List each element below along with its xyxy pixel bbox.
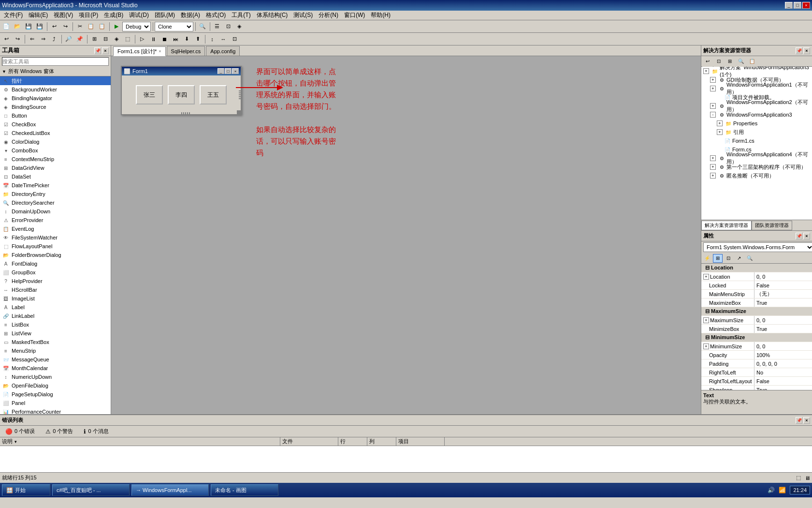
tree-expand-7[interactable]: + bbox=[717, 129, 723, 135]
props-tb-events[interactable]: ⚡ bbox=[702, 254, 712, 263]
tb-save[interactable]: 💾 bbox=[23, 21, 34, 32]
prop-row-6[interactable]: + MaximumSize 0, 0 bbox=[701, 316, 812, 325]
tb-paste[interactable]: 📋 bbox=[97, 21, 107, 32]
tree-expand-1[interactable]: + bbox=[710, 77, 716, 83]
toolbox-item-numericupdown[interactable]: ↕ NumericUpDown bbox=[0, 373, 111, 381]
taskbar-btn-0[interactable]: c#吧_百度贴吧 - ... bbox=[52, 484, 130, 496]
prop-plus-9[interactable]: + bbox=[703, 344, 709, 349]
toolbox-item-performancecounter[interactable]: 📊 PerformanceCounter bbox=[0, 407, 111, 414]
props-pin-btn[interactable]: 📌 bbox=[796, 233, 802, 239]
toolbox-item-指针[interactable]: ↖ 指针 bbox=[0, 76, 111, 85]
toolbox-item-directorysearcher[interactable]: 🔍 DirectorySearcher bbox=[0, 198, 111, 207]
toolbox-item-eventlog[interactable]: 📋 EventLog bbox=[0, 224, 111, 233]
prop-row-9[interactable]: + MinimumSize 0, 0 bbox=[701, 342, 812, 351]
error-pin-btn[interactable]: 📌 bbox=[796, 417, 802, 424]
tree-expand-2[interactable]: + bbox=[710, 86, 716, 91]
menu-team[interactable]: 团队(M) bbox=[152, 10, 178, 20]
tree-item-11[interactable]: +⚙第一个三层架构的程序（不可用） bbox=[701, 163, 812, 171]
se-close-btn[interactable]: × bbox=[803, 47, 810, 54]
menu-tools[interactable]: 工具(T) bbox=[229, 10, 253, 20]
prop-row-11[interactable]: Padding0, 0, 0, 0 bbox=[701, 359, 812, 368]
toolbox-item-panel[interactable]: ⬜ Panel bbox=[0, 399, 111, 407]
error-tab-warnings[interactable]: ⚠ 0 个警告 bbox=[42, 426, 76, 436]
toolbox-item-hscrollbar[interactable]: ↔ HScrollBar bbox=[0, 285, 111, 294]
props-tb-search[interactable]: 🔍 bbox=[745, 254, 754, 263]
tb2-btn3[interactable]: ⇐ bbox=[27, 34, 37, 45]
tree-item-8[interactable]: 📄Form1.cs bbox=[701, 136, 812, 145]
form-btn-lisi[interactable]: 李四 bbox=[168, 85, 195, 105]
toolbox-item-domainupdown[interactable]: ↕ DomainUpDown bbox=[0, 207, 111, 216]
toolbox-item-backgroundworker[interactable]: ⚙ BackgroundWorker bbox=[0, 85, 111, 94]
menu-file[interactable]: 文件(F) bbox=[1, 10, 26, 20]
prop-row-2[interactable]: LockedFalse bbox=[701, 281, 812, 290]
taskbar-btn-1[interactable]: → WindowsFormAppl... bbox=[131, 484, 209, 496]
tb2-btn2[interactable]: ↪ bbox=[12, 34, 23, 45]
tb2-btn17[interactable]: ⬆ bbox=[192, 34, 203, 45]
tb2-btn20[interactable]: ⊡ bbox=[229, 34, 240, 45]
menu-architecture[interactable]: 体系结构(C) bbox=[254, 10, 291, 20]
toolbox-item-pagesetupdialog[interactable]: 📄 PageSetupDialog bbox=[0, 390, 111, 399]
props-tb-sort[interactable]: ⊡ bbox=[724, 254, 733, 263]
error-tab-messages[interactable]: ℹ 0 个消息 bbox=[80, 426, 112, 436]
tree-item-2[interactable]: +⚙WindowsFormsApplication1（不可用） bbox=[701, 84, 812, 93]
tb2-btn13[interactable]: ⏸ bbox=[148, 34, 159, 45]
prop-row-10[interactable]: Opacity100% bbox=[701, 351, 812, 359]
menu-edit[interactable]: 编辑(E) bbox=[26, 10, 51, 20]
toolbox-item-datetimepicker[interactable]: 📅 DateTimePicker bbox=[0, 181, 111, 190]
tb2-btn1[interactable]: ↩ bbox=[1, 34, 12, 45]
platform-dropdown[interactable]: Clone bbox=[155, 22, 193, 31]
properties-object-select[interactable]: Form1 System.Windows.Forms.Form bbox=[703, 242, 812, 252]
tb-redo[interactable]: ↪ bbox=[60, 21, 71, 32]
tree-expand-12[interactable]: + bbox=[710, 173, 716, 179]
tb2-btn14[interactable]: ⏹ bbox=[159, 34, 170, 45]
toolbox-item-messagequeue[interactable]: 📨 MessageQueue bbox=[0, 355, 111, 364]
tb2-btn15[interactable]: ⏭ bbox=[170, 34, 181, 45]
toolbox-item-datagridview[interactable]: ⊞ DataGridView bbox=[0, 164, 111, 172]
tree-item-7[interactable]: +📁引用 bbox=[701, 128, 812, 136]
tb-start[interactable]: ▶ bbox=[111, 21, 122, 32]
toolbox-item-helpprovider[interactable]: ? HelpProvider bbox=[0, 277, 111, 285]
menu-data[interactable]: 数据(A) bbox=[178, 10, 203, 20]
toolbox-item-combobox[interactable]: ▾ ComboBox bbox=[0, 146, 111, 155]
menu-analyze[interactable]: 分析(N) bbox=[316, 10, 341, 20]
menu-build[interactable]: 生成(B) bbox=[101, 10, 126, 20]
form-resize-s[interactable] bbox=[181, 112, 191, 114]
tree-expand-4[interactable]: + bbox=[710, 103, 716, 109]
prop-row-1[interactable]: + Location 0, 0 bbox=[701, 272, 812, 281]
menu-debug[interactable]: 调试(D) bbox=[126, 10, 152, 20]
tb-cut[interactable]: ✂ bbox=[74, 21, 85, 32]
toolbox-item-directoryentry[interactable]: 📁 DirectoryEntry bbox=[0, 190, 111, 198]
se-tb-btn1[interactable]: ↩ bbox=[702, 56, 713, 67]
tb-more1[interactable]: ☰ bbox=[212, 21, 222, 32]
prop-row-14[interactable]: ShowIconTrue bbox=[701, 386, 812, 390]
prop-plus-1[interactable]: + bbox=[703, 274, 709, 280]
toolbox-item-listbox[interactable]: ≡ ListBox bbox=[0, 320, 111, 329]
tree-item-0[interactable]: +📁解决方案 'WindowsFormsApplication3' (1个) bbox=[701, 67, 812, 75]
prop-plus-6[interactable]: + bbox=[703, 317, 709, 323]
tb-find[interactable]: 🔍 bbox=[197, 21, 208, 32]
props-tb-props[interactable]: ⊞ bbox=[713, 254, 723, 263]
menu-help[interactable]: 帮助(H) bbox=[368, 10, 393, 20]
tb2-btn10[interactable]: ◈ bbox=[111, 34, 122, 45]
prop-row-12[interactable]: RightToLeftNo bbox=[701, 368, 812, 377]
toolbox-item-fontdialog[interactable]: A FontDialog bbox=[0, 259, 111, 268]
tb2-btn4[interactable]: ⇒ bbox=[38, 34, 48, 45]
tb2-btn8[interactable]: ⊞ bbox=[89, 34, 100, 45]
prop-row-3[interactable]: MainMenuStrip（无） bbox=[701, 290, 812, 299]
props-close-btn[interactable]: × bbox=[803, 233, 810, 239]
tb2-btn9[interactable]: ⊟ bbox=[100, 34, 111, 45]
tab-form1-design[interactable]: Form1.cs [设计]* × bbox=[113, 46, 166, 56]
se-tb-btn5[interactable]: 📋 bbox=[747, 56, 757, 67]
error-col-sort[interactable]: ▾ bbox=[14, 439, 17, 444]
toolbox-item-imagelist[interactable]: 🖼 ImageList bbox=[0, 294, 111, 303]
maximize-button[interactable]: □ bbox=[794, 2, 801, 9]
tb-copy[interactable]: 📋 bbox=[86, 21, 96, 32]
tb2-btn19[interactable]: ↔ bbox=[218, 34, 229, 45]
tb-undo[interactable]: ↩ bbox=[49, 21, 59, 32]
tb-saveall[interactable]: 💾 bbox=[34, 21, 45, 32]
toolbox-item-dataset[interactable]: ⊡ DataSet bbox=[0, 172, 111, 181]
tb2-btn16[interactable]: ⬇ bbox=[181, 34, 192, 45]
form-close-btn[interactable]: × bbox=[232, 68, 239, 74]
props-tb-pages[interactable]: ↗ bbox=[734, 254, 744, 263]
error-close-btn[interactable]: × bbox=[803, 417, 810, 424]
